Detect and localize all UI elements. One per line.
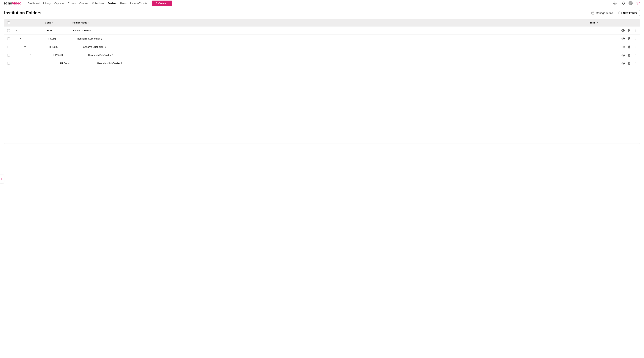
table-row: HCPHannah's Folder bbox=[4, 27, 640, 35]
nav-item-library[interactable]: Library bbox=[41, 0, 52, 6]
expand-toggle[interactable] bbox=[19, 37, 22, 40]
magic-wand-icon bbox=[155, 2, 157, 5]
eye-icon bbox=[622, 62, 625, 65]
caret-down-icon bbox=[617, 3, 618, 4]
header-actions: Manage Terms New Folder bbox=[591, 10, 640, 16]
nav-item-rooms[interactable]: Rooms bbox=[66, 0, 78, 6]
id-card-icon bbox=[628, 45, 631, 49]
view-button[interactable] bbox=[622, 37, 625, 41]
svg-point-28 bbox=[635, 56, 636, 56]
calendar-icon bbox=[591, 11, 594, 15]
avatar[interactable] bbox=[628, 1, 633, 5]
row-code: HPSub1 bbox=[47, 37, 56, 40]
nav-items: DashboardLibraryCapturesRoomsCoursesColl… bbox=[26, 0, 149, 6]
more-vertical-icon bbox=[634, 45, 637, 49]
new-folder-label: New Folder bbox=[623, 12, 637, 15]
more-button[interactable] bbox=[634, 54, 637, 57]
id-card-icon bbox=[628, 62, 631, 65]
more-button[interactable] bbox=[634, 29, 637, 32]
nav-right: echo360 bbox=[613, 1, 640, 5]
nav-item-collections[interactable]: Collections bbox=[90, 0, 106, 6]
svg-point-25 bbox=[629, 55, 630, 55]
row-checkbox[interactable] bbox=[7, 38, 10, 40]
gear-icon bbox=[613, 2, 616, 5]
nav-item-courses[interactable]: Courses bbox=[78, 0, 90, 6]
nav-item-imports-exports[interactable]: Imports/Exports bbox=[128, 0, 149, 6]
row-code: HCP bbox=[46, 29, 52, 32]
more-vertical-icon bbox=[634, 29, 637, 32]
svg-point-0 bbox=[614, 3, 615, 4]
nav-item-folders[interactable]: Folders bbox=[106, 0, 118, 6]
eye-icon bbox=[622, 37, 625, 41]
members-button[interactable] bbox=[628, 45, 631, 49]
view-button[interactable] bbox=[622, 45, 625, 49]
header-term[interactable]: Term ▲▼ bbox=[574, 21, 614, 24]
view-button[interactable] bbox=[622, 54, 625, 57]
members-button[interactable] bbox=[628, 37, 631, 41]
more-button[interactable] bbox=[634, 45, 637, 49]
row-checkbox[interactable] bbox=[7, 46, 10, 48]
nav-item-captures[interactable]: Captures bbox=[52, 0, 66, 6]
brand-badge[interactable]: echo360 bbox=[636, 2, 640, 5]
row-checkbox[interactable] bbox=[7, 62, 10, 65]
table-row: HPSub4Hannah's SubFolder 4 bbox=[4, 59, 640, 67]
manage-terms-label: Manage Terms bbox=[596, 12, 613, 15]
page-header: Institution Folders Manage Terms New Fol… bbox=[0, 6, 644, 19]
select-all-checkbox[interactable] bbox=[7, 22, 10, 24]
table-body: HCPHannah's FolderHPSub1Hannah's SubFold… bbox=[4, 27, 640, 67]
id-card-icon bbox=[628, 54, 631, 57]
members-button[interactable] bbox=[628, 62, 631, 65]
view-button[interactable] bbox=[622, 29, 625, 32]
svg-point-8 bbox=[635, 30, 636, 30]
view-button[interactable] bbox=[622, 62, 625, 65]
svg-point-33 bbox=[635, 63, 636, 63]
row-name: Hannah's SubFolder 1 bbox=[77, 37, 102, 40]
nav-item-dashboard[interactable]: Dashboard bbox=[26, 0, 41, 6]
svg-point-26 bbox=[635, 54, 636, 55]
row-checkbox[interactable] bbox=[7, 54, 10, 57]
eye-icon bbox=[622, 45, 625, 49]
top-nav: echovideo DashboardLibraryCapturesRoomsC… bbox=[0, 0, 644, 6]
more-button[interactable] bbox=[634, 37, 637, 41]
members-button[interactable] bbox=[628, 54, 631, 57]
svg-point-31 bbox=[629, 63, 630, 63]
row-code: HPSub4 bbox=[60, 62, 70, 65]
header-code[interactable]: Code ▲▼ bbox=[26, 21, 72, 24]
id-card-icon bbox=[628, 29, 631, 32]
create-button[interactable]: Create bbox=[152, 1, 172, 6]
svg-point-7 bbox=[629, 30, 630, 30]
chevron-down-icon bbox=[167, 2, 169, 4]
notifications-button[interactable] bbox=[622, 2, 625, 5]
page-title: Institution Folders bbox=[4, 11, 42, 16]
logo[interactable]: echovideo bbox=[4, 1, 21, 6]
bell-icon bbox=[622, 2, 625, 5]
table-row: HPSub3Hannah's SubFolder 3 bbox=[4, 51, 640, 59]
folder-icon bbox=[618, 11, 622, 15]
sort-icon: ▲▼ bbox=[597, 22, 598, 24]
sort-icon: ▲▼ bbox=[52, 22, 54, 24]
svg-point-16 bbox=[635, 39, 636, 40]
new-folder-button[interactable]: New Folder bbox=[616, 10, 640, 16]
chevron-down-icon bbox=[19, 37, 22, 40]
more-vertical-icon bbox=[634, 37, 637, 41]
svg-point-27 bbox=[635, 55, 636, 55]
svg-point-29 bbox=[623, 63, 624, 64]
folders-table: Code ▲▼ Folder Name ▲▼ Term ▲▼ HCPHannah… bbox=[4, 19, 640, 144]
logo-part1: echo bbox=[4, 1, 12, 5]
row-name: Hannah's Folder bbox=[72, 29, 91, 32]
header-folder-name[interactable]: Folder Name ▲▼ bbox=[72, 21, 574, 24]
settings-button[interactable] bbox=[613, 2, 618, 5]
members-button[interactable] bbox=[628, 29, 631, 32]
expand-toggle[interactable] bbox=[15, 29, 18, 32]
row-name: Hannah's SubFolder 3 bbox=[88, 54, 113, 57]
svg-point-10 bbox=[635, 31, 636, 32]
row-code: HPSub2 bbox=[49, 46, 58, 48]
more-button[interactable] bbox=[634, 62, 637, 65]
more-vertical-icon bbox=[634, 62, 637, 65]
row-name: Hannah's SubFolder 2 bbox=[82, 46, 106, 48]
row-name: Hannah's SubFolder 4 bbox=[97, 62, 122, 65]
row-checkbox[interactable] bbox=[7, 29, 10, 32]
nav-item-users[interactable]: Users bbox=[118, 0, 128, 6]
manage-terms-button[interactable]: Manage Terms bbox=[591, 11, 613, 15]
svg-rect-1 bbox=[592, 12, 594, 14]
